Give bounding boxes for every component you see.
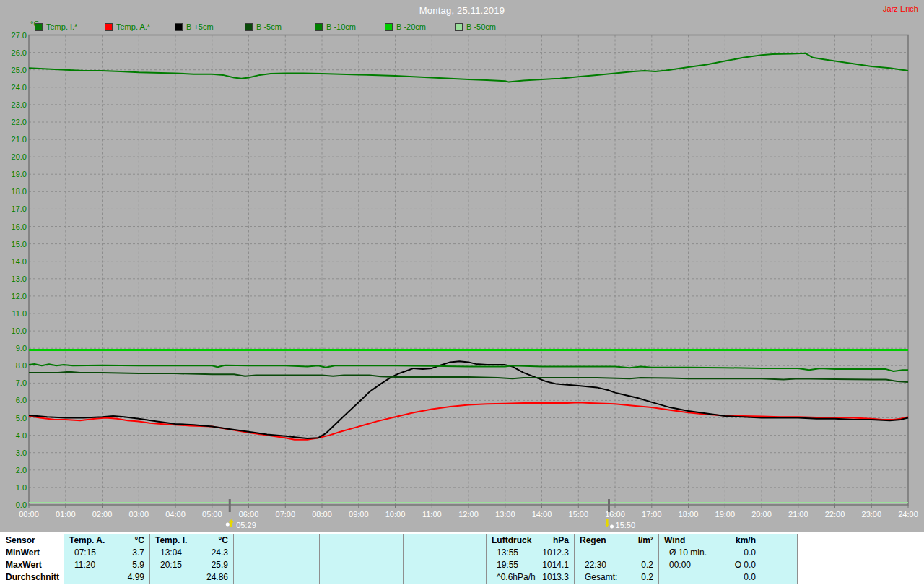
column-unit: hPa bbox=[553, 534, 569, 547]
table-header-row: Temp. I.°C bbox=[150, 534, 233, 547]
x-tick-label: 02:00 bbox=[92, 510, 113, 519]
table-header-row: Windkm/h bbox=[659, 534, 797, 547]
x-tick-label: 15:00 bbox=[569, 510, 589, 519]
sunrise-icon bbox=[226, 523, 230, 526]
column-header: Luftdruck bbox=[492, 534, 531, 547]
y-tick-label: 15.0 bbox=[12, 240, 27, 248]
table-row bbox=[234, 559, 319, 571]
cell-time bbox=[239, 559, 244, 571]
y-tick-label: 22.0 bbox=[12, 118, 27, 126]
table-row-label: MinWert bbox=[0, 547, 64, 559]
cell-time: 20:15 bbox=[155, 559, 182, 571]
cell-value: 0.0 bbox=[744, 547, 756, 559]
column-unit: km/h bbox=[736, 534, 756, 547]
stats-table: SensorMinWertMaxWertDurchschnittTemp. A.… bbox=[0, 532, 924, 585]
cell-value: 1013.3 bbox=[542, 571, 569, 584]
y-tick-label: 0.0 bbox=[16, 500, 27, 509]
cell-value: 25.9 bbox=[212, 559, 228, 571]
cell-time bbox=[409, 547, 414, 559]
cell-time bbox=[580, 547, 585, 559]
column-unit: °C bbox=[135, 534, 144, 547]
y-tick-label: 14.0 bbox=[12, 257, 27, 266]
x-tick-label: 11:00 bbox=[422, 510, 442, 519]
y-tick-label: 23.0 bbox=[12, 100, 27, 109]
cell-time: 13:04 bbox=[155, 547, 182, 559]
cell-value: 3.7 bbox=[132, 547, 144, 559]
table-row: 07:153.7 bbox=[64, 547, 149, 559]
column-header: Wind bbox=[664, 534, 685, 547]
y-tick-label: 2.0 bbox=[16, 466, 27, 474]
column-unit: l/m² bbox=[638, 534, 653, 547]
table-section-empty-3 bbox=[403, 534, 486, 584]
sunset-icon bbox=[610, 525, 614, 529]
cell-time bbox=[325, 547, 330, 559]
x-tick-label: 14:00 bbox=[532, 510, 552, 519]
table-row bbox=[234, 571, 319, 584]
table-row: 19:551014.1 bbox=[487, 559, 574, 571]
x-tick-label: 04:00 bbox=[165, 510, 186, 519]
x-tick-label: 01:00 bbox=[56, 510, 76, 519]
cell-time: 11:20 bbox=[69, 559, 95, 571]
table-row bbox=[234, 547, 319, 559]
cell-time bbox=[239, 547, 244, 559]
y-tick-label: 18.0 bbox=[12, 187, 27, 196]
x-tick-label: 05:00 bbox=[202, 510, 222, 519]
table-row: ^0.6hPa/h1013.3 bbox=[487, 571, 574, 584]
cell-value: 4.99 bbox=[128, 571, 144, 584]
cell-time: ^0.6hPa/h bbox=[492, 571, 536, 584]
table-header-row: Regenl/m² bbox=[575, 534, 658, 547]
column-unit: °C bbox=[219, 534, 228, 547]
cell-time bbox=[325, 571, 330, 584]
table-row: Ø 10 min.0.0 bbox=[659, 547, 797, 559]
weather-app-window: Montag, 25.11.2019 Jarz Erich °C Temp. I… bbox=[0, 0, 924, 585]
table-row: Gesamt:0.2 bbox=[575, 571, 658, 584]
table-section-empty-2 bbox=[319, 534, 403, 584]
table-row-label: MaxWert bbox=[0, 559, 64, 571]
cell-value: 0.2 bbox=[641, 559, 653, 571]
column-header: Temp. I. bbox=[155, 534, 187, 547]
table-row bbox=[404, 559, 486, 571]
y-tick-label: 7.0 bbox=[16, 378, 27, 387]
y-tick-label: 10.0 bbox=[12, 326, 27, 335]
cell-time: Ø 10 min. bbox=[664, 547, 707, 559]
table-header-row bbox=[234, 534, 319, 547]
y-tick-label: 17.0 bbox=[12, 204, 27, 213]
x-tick-label: 19:00 bbox=[715, 510, 736, 519]
cell-time: 07:15 bbox=[69, 547, 96, 559]
cell-time bbox=[409, 571, 414, 584]
cell-time bbox=[325, 559, 330, 571]
y-tick-label: 8.0 bbox=[16, 361, 27, 370]
y-tick-label: 3.0 bbox=[16, 448, 27, 457]
y-tick-label: 27.0 bbox=[12, 31, 27, 40]
table-row: 11:205.9 bbox=[64, 559, 149, 571]
cell-time bbox=[155, 571, 160, 584]
cell-time: 13:55 bbox=[492, 547, 518, 559]
cell-time: 19:55 bbox=[492, 559, 518, 571]
y-tick-label: 13.0 bbox=[12, 274, 27, 283]
y-tick-label: 4.0 bbox=[16, 431, 27, 440]
table-section-luftdruck: LuftdruckhPa13:551012.319:551014.1^0.6hP… bbox=[486, 534, 574, 584]
y-tick-label: 9.0 bbox=[16, 344, 27, 352]
cell-time: 00:00 bbox=[664, 559, 691, 571]
table-section-empty-1 bbox=[233, 534, 319, 584]
cell-value: 1014.1 bbox=[542, 559, 569, 571]
y-tick-label: 26.0 bbox=[12, 48, 27, 57]
cell-value: 24.3 bbox=[212, 547, 228, 559]
x-tick-label: 22:00 bbox=[825, 510, 845, 519]
cell-time bbox=[664, 571, 669, 584]
table-section-temp-a: Temp. A.°C07:153.711:205.94.99 bbox=[64, 534, 149, 584]
x-tick-label: 08:00 bbox=[312, 510, 332, 519]
x-tick-label: 17:00 bbox=[642, 510, 662, 519]
cell-time: Gesamt: bbox=[580, 571, 617, 584]
sunrise-icon bbox=[229, 519, 234, 527]
table-header-row: Temp. A.°C bbox=[64, 534, 149, 547]
table-row bbox=[320, 559, 403, 571]
table-row: 22:300.2 bbox=[575, 559, 658, 571]
table-row: 00:00O 0.0 bbox=[659, 559, 797, 571]
x-tick-label: 12:00 bbox=[458, 510, 479, 519]
cell-time bbox=[409, 559, 414, 571]
temperature-chart: 00:0001:0002:0003:0004:0005:0006:0007:00… bbox=[0, 0, 924, 531]
sunrise-time-label: 05:29 bbox=[236, 521, 256, 529]
table-header-row bbox=[404, 534, 486, 547]
x-tick-label: 07:00 bbox=[276, 510, 296, 519]
